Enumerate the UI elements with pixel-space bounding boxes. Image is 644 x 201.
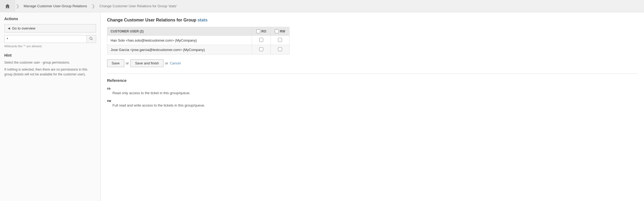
save-and-finish-button[interactable]: Save and finish	[130, 59, 163, 67]
ro-cell	[252, 45, 271, 54]
breadcrumb-item-2: Change Customer User Relations for Group…	[96, 0, 181, 12]
table-row: Jose Garcia <jose.garcia@testcustomer.co…	[107, 45, 290, 54]
or-text-1: or	[126, 61, 129, 65]
page-title-prefix: Change Customer User Relations for Group	[107, 18, 196, 22]
breadcrumb-separator-2: ❯	[91, 0, 96, 12]
ro-header-checkbox[interactable]	[256, 29, 260, 33]
breadcrumb: ❯ Manage Customer User-Group Relations ❯…	[0, 0, 644, 12]
svg-point-0	[90, 37, 92, 39]
table-body: Han Solo <han.solo@testcustomer.com> (My…	[107, 36, 290, 54]
rw-header-checkbox[interactable]	[275, 29, 279, 33]
hint-text-1: Select the customer user - group permiss…	[4, 60, 96, 65]
col-ro-header: RO	[252, 27, 271, 36]
rw-cell	[271, 45, 290, 54]
breadcrumb-separator-1: ❯	[15, 0, 20, 12]
sidebar: Actions ◀ Go to overview Wildcards like …	[0, 12, 101, 201]
ro-checkbox-1[interactable]	[259, 47, 263, 51]
ro-label: RO	[261, 30, 266, 33]
home-icon[interactable]	[0, 0, 15, 12]
permissions-table: CUSTOMER USER (2) RO RW	[107, 27, 290, 54]
reference-item-0: roRead only access to the ticket in this…	[107, 86, 638, 95]
table-row: Han Solo <han.solo@testcustomer.com> (My…	[107, 36, 290, 45]
rw-checkbox-0[interactable]	[278, 38, 282, 42]
breadcrumb-item-1[interactable]: Manage Customer User-Group Relations	[20, 0, 91, 12]
page-title: Change Customer User Relations for Group…	[107, 18, 638, 23]
reference-items: roRead only access to the ticket in this…	[107, 86, 638, 107]
reference-title: Reference	[107, 78, 638, 83]
col-user-header: CUSTOMER USER (2)	[107, 27, 252, 36]
user-cell: Jose Garcia <jose.garcia@testcustomer.co…	[107, 45, 252, 54]
ro-cell	[252, 36, 271, 45]
search-row	[4, 35, 96, 43]
rw-checkbox-1[interactable]	[278, 47, 282, 51]
col-rw-header: RW	[271, 27, 290, 36]
cancel-button[interactable]: Cancel	[170, 61, 181, 65]
ro-checkbox-0[interactable]	[259, 38, 263, 42]
go-to-overview-button[interactable]: ◀ Go to overview	[4, 24, 96, 32]
actions-title: Actions	[4, 17, 96, 21]
user-cell: Han Solo <han.solo@testcustomer.com> (My…	[107, 36, 252, 45]
search-button[interactable]	[87, 35, 96, 43]
reference-section: Reference roRead only access to the tick…	[107, 74, 638, 107]
rw-label: RW	[280, 30, 285, 33]
svg-line-1	[92, 39, 93, 40]
action-buttons: Save or Save and finish or Cancel	[107, 59, 638, 67]
content-area: Change Customer User Relations for Group…	[101, 12, 644, 201]
reference-item-1: rwFull read and write access to the tick…	[107, 99, 638, 107]
wildcard-hint: Wildcards like '*' are allowed.	[4, 45, 96, 48]
arrow-left-icon: ◀	[8, 27, 10, 30]
reference-key-1: rw	[107, 99, 638, 103]
or-text-2: or	[165, 61, 168, 65]
go-to-overview-label: Go to overview	[12, 26, 35, 30]
hint-text-2: If nothing is selected, then there are n…	[4, 67, 96, 77]
reference-key-0: ro	[107, 86, 638, 90]
save-button[interactable]: Save	[107, 59, 124, 67]
search-icon	[89, 37, 93, 41]
search-input[interactable]	[4, 35, 87, 43]
rw-cell	[271, 36, 290, 45]
reference-desc-1: Full read and write access to the ticket…	[107, 103, 638, 107]
table-header-row: CUSTOMER USER (2) RO RW	[107, 27, 290, 36]
hint-title: Hint	[4, 53, 96, 57]
main-layout: Actions ◀ Go to overview Wildcards like …	[0, 12, 644, 201]
reference-desc-0: Read only access to the ticket in this g…	[107, 91, 638, 95]
group-name: stats	[197, 18, 207, 22]
